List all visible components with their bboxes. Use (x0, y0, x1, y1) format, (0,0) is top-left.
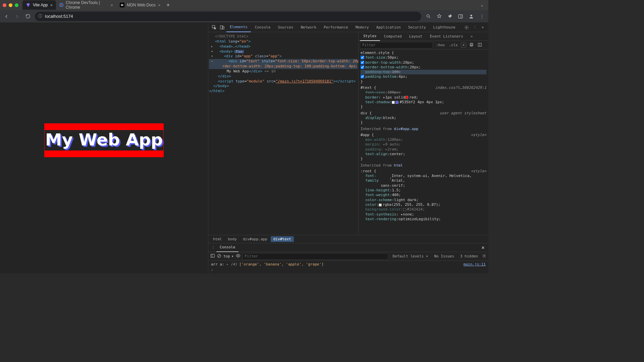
inspect-icon[interactable] (210, 25, 218, 30)
tab-devtools[interactable]: Chrome DevTools | Chrome × (56, 0, 116, 10)
app-root: My Web App (44, 123, 164, 157)
kebab-icon[interactable]: ⋮ (471, 25, 478, 29)
styles-filter-input[interactable] (360, 42, 433, 49)
close-icon[interactable]: × (479, 25, 486, 29)
chevron-down-icon: ▾ (231, 254, 234, 258)
crumb-selected[interactable]: div#text (271, 236, 294, 242)
forward-button[interactable] (13, 13, 21, 20)
tab-title: Vite App (33, 3, 48, 7)
prop-toggle[interactable] (361, 56, 364, 59)
browser-toolbar: ⓘ localhost:5174 ⋮ (0, 10, 488, 23)
bookmark-icon[interactable] (435, 13, 443, 20)
inherited-from-html: Inherited from html (359, 163, 488, 169)
clear-console-icon[interactable] (217, 254, 221, 259)
console-prompt[interactable]: › (211, 266, 486, 272)
reload-button[interactable] (24, 13, 32, 20)
hidden-chip[interactable]: 3 hidden (458, 254, 480, 258)
gear-icon[interactable] (482, 254, 486, 259)
tab-security[interactable]: Security (405, 23, 429, 32)
close-icon[interactable]: × (110, 3, 113, 8)
tab-lighthouse[interactable]: Lighthouse (430, 23, 459, 32)
profile-icon[interactable] (468, 13, 475, 20)
console-filter-input[interactable] (243, 253, 389, 260)
crumb[interactable]: html (210, 236, 225, 242)
devtools-tabbar: Elements Console Sources Network Perform… (208, 23, 488, 32)
tab-elements[interactable]: Elements (226, 23, 251, 32)
issues-chip[interactable]: No Issues (432, 254, 456, 258)
rule-element-style: element.style { font-size: 50px; border-… (359, 50, 488, 85)
tab-performance[interactable]: Performance (320, 23, 352, 32)
dom-breadcrumbs: html body div#app.app div#text (208, 235, 488, 243)
tab-vite-app[interactable]: Vite App × (22, 0, 56, 10)
levels-selector[interactable]: Default levels ▾ (390, 254, 430, 258)
rule-app: #app {<style> max-width: 1280px; margin:… (359, 132, 488, 163)
zoom-icon[interactable] (425, 13, 432, 20)
close-icon[interactable]: × (479, 244, 487, 251)
crumb[interactable]: body (225, 236, 240, 242)
prop-toggle[interactable] (361, 65, 364, 69)
drawer-tab-console[interactable]: Console (216, 243, 238, 252)
prop-toggle[interactable] (361, 61, 364, 64)
prop-toggle[interactable] (361, 75, 364, 78)
cls-button[interactable]: .cls (448, 43, 459, 47)
subtab-event-listeners[interactable]: Event Listeners (426, 32, 466, 41)
sidebar-toggle-icon[interactable] (210, 253, 215, 259)
kebab-icon[interactable]: ⋮ (210, 245, 216, 250)
devtools: Elements Console Sources Network Perform… (208, 23, 488, 274)
rule-text: #text {index.css?t…508262429:1 font-size… (359, 85, 488, 110)
tab-network[interactable]: Network (298, 23, 320, 32)
svg-point-20 (484, 255, 485, 256)
tab-title: MDN Web Docs (127, 3, 156, 7)
console-body[interactable]: arr a: ▸ (4) ['orange', 'banana', 'apple… (208, 261, 488, 274)
print-icon[interactable] (468, 43, 475, 48)
subtab-layout[interactable]: Layout (406, 32, 426, 41)
address-bar[interactable]: ⓘ localhost:5174 (35, 12, 421, 21)
svg-point-9 (466, 27, 467, 28)
extensions-icon[interactable] (446, 13, 453, 20)
minimize-window-button[interactable] (9, 3, 12, 7)
tab-sources[interactable]: Sources (274, 23, 297, 32)
browser-tabstrip: Vite App × Chrome DevTools | Chrome × M … (0, 0, 488, 10)
menu-icon[interactable]: ⋮ (478, 13, 486, 20)
crumb[interactable]: div#app.app (240, 236, 270, 242)
new-tab-button[interactable]: + (164, 2, 172, 8)
hov-button[interactable]: :hov (435, 43, 446, 47)
tab-application[interactable]: Application (373, 23, 404, 32)
svg-point-2 (427, 15, 429, 17)
close-icon[interactable]: × (50, 3, 53, 8)
new-rule-button[interactable]: + (461, 43, 466, 48)
console-toolbar: top ▾ Default levels ▾ No Issues 3 hidde… (208, 252, 488, 261)
device-toggle-icon[interactable] (218, 25, 226, 30)
svg-point-1 (61, 4, 62, 6)
gear-icon[interactable] (463, 25, 470, 30)
tab-title: Chrome DevTools | Chrome (66, 0, 108, 10)
favicon (59, 3, 63, 7)
chevron-down-icon[interactable]: ⌄ (478, 1, 486, 9)
more-icon[interactable]: » (467, 32, 476, 41)
devtools-panels: <!DOCTYPE html> <html lang="en"> ▸ <head… (208, 32, 488, 235)
live-expression-icon[interactable] (236, 253, 240, 259)
dom-tree[interactable]: <!DOCTYPE html> <html lang="en"> ▸ <head… (208, 32, 358, 235)
context-selector[interactable]: top ▾ (223, 254, 234, 258)
svg-rect-3 (459, 14, 463, 18)
demo-text: My Web App (44, 123, 164, 157)
rule-root: :root {<style> font-family: Inter, syste… (359, 169, 488, 223)
subtab-computed[interactable]: Computed (381, 32, 405, 41)
log-source-link[interactable]: main.js:11 (464, 262, 486, 266)
back-button[interactable] (3, 13, 10, 20)
computed-toggle-icon[interactable] (477, 43, 483, 48)
url-text: localhost:5174 (45, 14, 73, 19)
site-info-icon[interactable]: ⓘ (38, 13, 42, 19)
tab-memory[interactable]: Memory (352, 23, 372, 32)
maximize-window-button[interactable] (15, 3, 18, 7)
svg-rect-8 (222, 26, 224, 29)
tab-console[interactable]: Console (252, 23, 274, 32)
tab-mdn[interactable]: M MDN Web Docs × (116, 0, 164, 10)
subtab-styles[interactable]: Styles (360, 32, 380, 41)
selected-node[interactable]: ⋯ <div id="text" style="font-size: 50px;… (209, 59, 358, 64)
side-panel-icon[interactable] (457, 13, 464, 20)
style-rules[interactable]: element.style { font-size: 50px; border-… (359, 50, 488, 235)
rendered-page: My Web App (0, 23, 208, 274)
close-window-button[interactable] (3, 3, 6, 7)
close-icon[interactable]: × (158, 3, 161, 8)
